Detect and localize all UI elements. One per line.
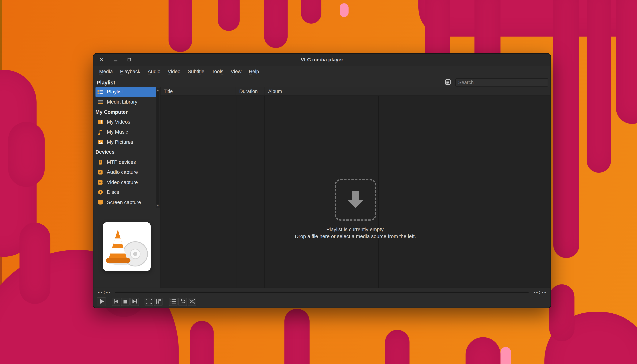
next-button[interactable] — [130, 298, 139, 306]
column-header-duration[interactable]: Duration — [236, 87, 264, 96]
empty-text-line1: Playlist is currently empty. — [250, 226, 461, 233]
wallpaper-blob — [264, 0, 288, 48]
loop-icon — [178, 297, 187, 306]
wallpaper-blob — [616, 0, 637, 124]
drop-arrow-icon — [344, 188, 367, 212]
sidebar-item-my-videos[interactable]: My Videos — [96, 117, 156, 127]
sidebar-item-video-capture[interactable]: Video capture — [96, 177, 156, 187]
scrollbar-track[interactable] — [156, 92, 159, 204]
menu-help[interactable]: Help — [246, 68, 262, 76]
sidebar-item-label: My Pictures — [107, 139, 133, 145]
sidebar-item-label: My Videos — [107, 119, 130, 125]
wallpaper-blob — [284, 309, 310, 364]
screen-capture-icon — [97, 199, 104, 206]
seek-row: --:-- --:-- — [93, 288, 550, 296]
skip-group — [112, 298, 139, 306]
wallpaper-blob — [20, 222, 50, 304]
wallpaper-blob — [301, 0, 322, 24]
sidebar-item-label: Audio capture — [107, 169, 138, 175]
screenshot-viewport: ✕ VLC media player Media Playback Audio … — [0, 0, 637, 364]
scroll-up-icon[interactable]: ▲ — [157, 88, 159, 92]
toolbar-right — [444, 77, 548, 88]
sidebar: Playlist Media Library My Computer My Vi… — [93, 87, 160, 289]
wallpaper-blob — [8, 122, 45, 187]
sidebar-item-label: Video capture — [107, 180, 138, 185]
transport-bar: --:-- --:-- — [93, 288, 550, 308]
sidebar-item-label: MTP devices — [107, 159, 136, 165]
menu-view[interactable]: View — [228, 68, 245, 76]
wallpaper-blob — [549, 284, 574, 342]
random-button[interactable] — [188, 298, 196, 306]
playlist-toggle-button[interactable] — [169, 298, 178, 306]
sidebar-item-audio-capture[interactable]: Audio capture — [96, 167, 156, 177]
playlist-table-body[interactable]: Playlist is currently empty. Drop a file… — [160, 96, 550, 289]
search-input[interactable] — [455, 78, 548, 87]
extended-settings-icon — [154, 297, 162, 306]
sidebar-item-my-music[interactable]: My Music — [96, 127, 156, 137]
transport-controls — [93, 296, 550, 306]
empty-text-line2: Drop a file here or select a media sourc… — [250, 233, 461, 240]
scroll-down-icon[interactable]: ▼ — [157, 204, 159, 208]
column-header-title[interactable]: Title — [160, 87, 236, 96]
maximize-button[interactable] — [127, 57, 132, 62]
window-title: VLC media player — [301, 57, 343, 62]
sidebar-item-mtp-devices[interactable]: MTP devices — [96, 157, 156, 167]
music-icon — [97, 129, 104, 136]
menu-playback[interactable]: Playback — [117, 68, 144, 76]
sidebar-header-label: Devices — [96, 149, 115, 155]
stop-button[interactable] — [121, 298, 130, 306]
menu-audio[interactable]: Audio — [144, 68, 164, 76]
seek-slider[interactable] — [116, 292, 528, 293]
mtp-devices-icon — [97, 159, 104, 166]
desktop-wallpaper: ✕ VLC media player Media Playback Audio … — [0, 0, 637, 364]
stop-icon — [121, 297, 130, 306]
view-toolbar: Playlist — [93, 77, 550, 88]
video-capture-icon — [97, 179, 104, 186]
loop-button[interactable] — [178, 298, 187, 306]
menu-media[interactable]: Media — [96, 68, 116, 76]
close-button[interactable]: ✕ — [99, 57, 104, 62]
time-remaining: --:-- — [532, 290, 546, 295]
sidebar-item-label: Media Library — [107, 99, 138, 105]
play-button[interactable] — [97, 298, 106, 306]
view-mode-icon — [445, 78, 452, 86]
mode-group — [169, 298, 196, 306]
column-header-album[interactable]: Album — [264, 87, 378, 96]
sidebar-item-screen-capture[interactable]: Screen capture — [96, 197, 156, 207]
sidebar-item-playlist[interactable]: Playlist — [96, 87, 156, 97]
sidebar-header-my-computer: My Computer — [96, 107, 156, 117]
view-title: Playlist — [97, 79, 115, 85]
previous-button[interactable] — [112, 298, 120, 306]
titlebar[interactable]: ✕ VLC media player — [93, 54, 550, 66]
extended-settings-button[interactable] — [154, 298, 162, 306]
sidebar-scrollbar[interactable]: ▲ ▼ — [156, 88, 160, 208]
menu-video[interactable]: Video — [164, 68, 184, 76]
menubar: Media Playback Audio Video Subtitle Tool… — [93, 66, 550, 77]
vlc-cone-artwork — [103, 222, 151, 271]
close-icon: ✕ — [99, 57, 104, 62]
fullscreen-button[interactable] — [145, 298, 153, 306]
wallpaper-blob — [466, 337, 500, 364]
minimize-button[interactable] — [113, 57, 118, 62]
menu-tools[interactable]: Tools — [208, 68, 226, 76]
discs-icon — [97, 189, 104, 196]
pictures-icon — [97, 139, 104, 146]
time-elapsed: --:-- — [98, 290, 112, 295]
sidebar-item-label: Discs — [107, 190, 119, 195]
wallpaper-blob — [500, 347, 511, 364]
sidebar-list: Playlist Media Library My Computer My Vi… — [96, 87, 156, 207]
window-controls: ✕ — [99, 54, 132, 66]
playlist-panel: Title Duration Album — [160, 87, 550, 289]
drop-zone — [335, 179, 376, 220]
column-divider — [236, 96, 236, 289]
sidebar-item-my-pictures[interactable]: My Pictures — [96, 137, 156, 147]
videos-icon — [97, 119, 104, 126]
menu-subtitle[interactable]: Subtitle — [184, 68, 208, 76]
wallpaper-blob — [190, 321, 214, 364]
wallpaper-blob — [385, 330, 410, 364]
sidebar-item-media-library[interactable]: Media Library — [96, 97, 156, 107]
sidebar-item-discs[interactable]: Discs — [96, 187, 156, 197]
view-mode-button[interactable] — [444, 78, 453, 86]
playlist-table-header: Title Duration Album — [160, 87, 550, 96]
wallpaper-blob — [168, 0, 192, 52]
